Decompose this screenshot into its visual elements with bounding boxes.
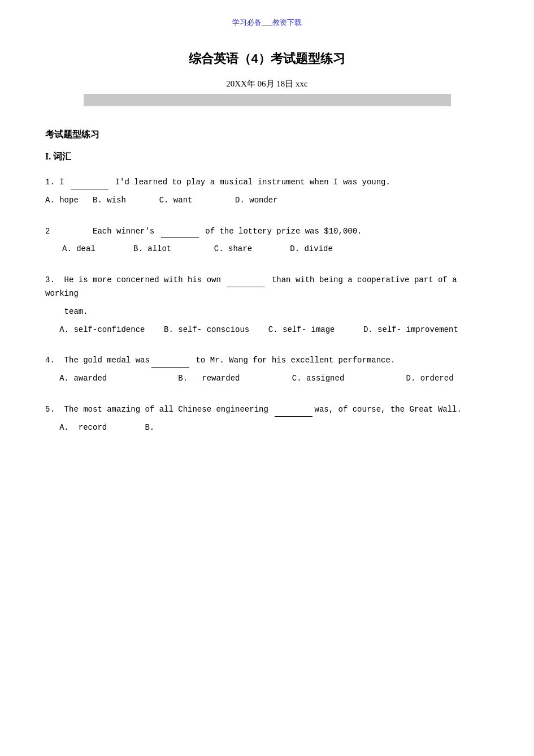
question-1: 1. I I'd learned to play a musical instr… bbox=[45, 175, 489, 208]
q5-options-text: A. record B. bbox=[45, 423, 154, 432]
q4-blank bbox=[151, 353, 189, 368]
question-1-text: 1. I I'd learned to play a musical instr… bbox=[45, 175, 489, 189]
question-1-options: A. hope B. wish C. want D. wonder bbox=[45, 194, 489, 208]
q3-blank bbox=[227, 273, 265, 287]
q4-options-text: A. awarded B. rewarded C. assigned D. or… bbox=[45, 374, 454, 383]
question-2-text: 2 Each winner's of the lottery prize was… bbox=[45, 224, 489, 239]
q3-options-text: A. self-confidence B. self- conscious C.… bbox=[45, 325, 458, 334]
q1-text: 1. I I'd learned to play a musical instr… bbox=[45, 178, 390, 187]
question-5-text: 5. The most amazing of all Chinese engin… bbox=[45, 403, 489, 417]
q2-text: 2 Each winner's of the lottery prize was… bbox=[45, 227, 362, 236]
question-2-options: A. deal B. allot C. share D. divide bbox=[45, 243, 489, 256]
q4-text: 4. The gold medal was to Mr. Wang for hi… bbox=[45, 356, 395, 365]
top-bar-text: 学习必备___教资下载 bbox=[232, 18, 302, 27]
question-4-options: A. awarded B. rewarded C. assigned D. or… bbox=[45, 372, 489, 386]
page: 学习必备___教资下载 综合英语（4）考试题型练习 20XX年 06月 18日 … bbox=[0, 0, 534, 756]
question-3: 3. He is more concerned with his own tha… bbox=[45, 273, 489, 336]
section-heading: 考试题型练习 bbox=[45, 129, 489, 141]
question-4: 4. The gold medal was to Mr. Wang for hi… bbox=[45, 353, 489, 386]
q1-options-text: A. hope B. wish C. want D. wonder bbox=[45, 196, 278, 205]
question-3-text2: team. bbox=[45, 305, 489, 319]
q5-text: 5. The most amazing of all Chinese engin… bbox=[45, 405, 462, 414]
q1-blank bbox=[71, 175, 108, 189]
assigned-text: assigned bbox=[306, 374, 344, 383]
q3-text2: team. bbox=[45, 307, 88, 316]
question-2: 2 Each winner's of the lottery prize was… bbox=[45, 224, 489, 257]
q2-options-text: A. deal B. allot C. share D. divide bbox=[62, 244, 333, 253]
q2-blank bbox=[161, 224, 199, 239]
q5-blank bbox=[275, 403, 312, 417]
q3-text: 3. He is more concerned with his own tha… bbox=[45, 275, 457, 298]
question-3-text: 3. He is more concerned with his own tha… bbox=[45, 273, 489, 301]
question-5: 5. The most amazing of all Chinese engin… bbox=[45, 403, 489, 435]
main-title: 综合英语（4）考试题型练习 bbox=[45, 50, 489, 67]
date-line: 20XX年 06月 18日 xxc bbox=[45, 79, 489, 89]
section-roman: I. 词汇 bbox=[45, 151, 489, 163]
question-3-options: A. self-confidence B. self- conscious C.… bbox=[45, 323, 489, 337]
top-bar: 学习必备___教资下载 bbox=[45, 11, 489, 28]
question-5-options: A. record B. bbox=[45, 421, 489, 435]
question-4-text: 4. The gold medal was to Mr. Wang for hi… bbox=[45, 353, 489, 368]
highlight-bar bbox=[84, 94, 451, 106]
